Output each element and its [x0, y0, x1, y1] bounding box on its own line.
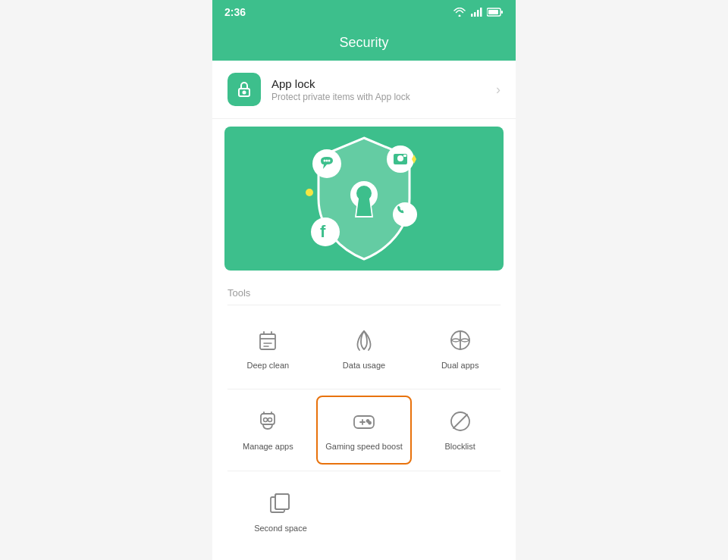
- svg-point-13: [326, 160, 328, 162]
- svg-rect-24: [260, 334, 275, 349]
- gaming-icon: [350, 408, 378, 435]
- tool-manage-apps[interactable]: Manage apps: [220, 396, 316, 464]
- svg-point-27: [264, 418, 268, 422]
- app-lock-title: App lock: [271, 77, 496, 90]
- tool-dual-apps[interactable]: Dual apps: [412, 314, 508, 383]
- security-banner: f: [224, 127, 504, 271]
- tools-section-header: Tools: [212, 278, 516, 308]
- app-lock-text: App lock Protect private items with App …: [271, 77, 496, 102]
- svg-point-8: [243, 92, 246, 94]
- svg-rect-1: [474, 12, 476, 17]
- gaming-speed-boost-label: Gaming speed boost: [325, 441, 403, 452]
- data-usage-label: Data usage: [343, 360, 385, 371]
- app-lock-icon: [228, 73, 261, 106]
- svg-point-17: [397, 155, 403, 161]
- tool-data-usage[interactable]: Data usage: [316, 314, 413, 383]
- phone-frame: 2:36 Security: [212, 0, 516, 560]
- svg-point-19: [393, 202, 417, 227]
- dual-apps-label: Dual apps: [441, 360, 479, 371]
- header-title: Security: [339, 35, 388, 51]
- blocklist-icon: [447, 408, 474, 435]
- chevron-right-icon: ›: [496, 82, 500, 98]
- tool-blocklist[interactable]: Blocklist: [412, 396, 508, 464]
- app-lock-subtitle: Protect private items with App lock: [271, 92, 496, 102]
- svg-point-31: [369, 422, 371, 424]
- svg-point-14: [328, 160, 331, 162]
- tools-grid-row2: Manage apps Gaming speed boost Blocklist: [212, 389, 516, 470]
- app-lock-row[interactable]: App lock Protect private items with App …: [212, 61, 516, 119]
- second-space-section: Second space: [212, 471, 516, 558]
- data-usage-icon: [350, 327, 378, 354]
- dual-apps-icon: [447, 327, 474, 354]
- status-bar: 2:36: [212, 0, 516, 24]
- tool-deep-clean[interactable]: Deep clean: [220, 314, 316, 383]
- manage-apps-label: Manage apps: [243, 441, 293, 452]
- svg-rect-34: [275, 494, 289, 509]
- svg-text:f: f: [320, 222, 326, 241]
- manage-apps-icon: [254, 408, 281, 435]
- lock-icon: [235, 80, 253, 99]
- second-space-icon: [267, 490, 294, 517]
- svg-rect-18: [403, 155, 406, 157]
- svg-point-28: [268, 418, 272, 422]
- deep-clean-label: Deep clean: [247, 360, 290, 371]
- status-icons: [453, 8, 504, 17]
- tools-grid-row1: Deep clean Data usage Dual apps: [212, 308, 516, 389]
- tool-gaming-speed-boost[interactable]: Gaming speed boost: [316, 396, 413, 464]
- shield-banner-svg: f: [288, 130, 440, 267]
- blocklist-label: Blocklist: [444, 441, 475, 452]
- svg-point-12: [324, 160, 326, 162]
- svg-rect-0: [471, 14, 473, 17]
- time-display: 2:36: [224, 6, 246, 18]
- svg-point-22: [306, 189, 313, 196]
- app-header: Security: [212, 24, 516, 61]
- svg-rect-6: [501, 11, 503, 14]
- svg-rect-5: [488, 10, 498, 14]
- signal-icon: [470, 8, 482, 17]
- svg-rect-3: [480, 8, 482, 17]
- wifi-icon: [453, 8, 466, 17]
- battery-icon: [487, 8, 504, 17]
- deep-clean-icon: [254, 327, 281, 354]
- second-space-label: Second space: [254, 523, 307, 533]
- tools-label: Tools: [228, 287, 500, 305]
- svg-rect-2: [477, 10, 479, 17]
- tool-second-space[interactable]: Second space: [243, 477, 318, 546]
